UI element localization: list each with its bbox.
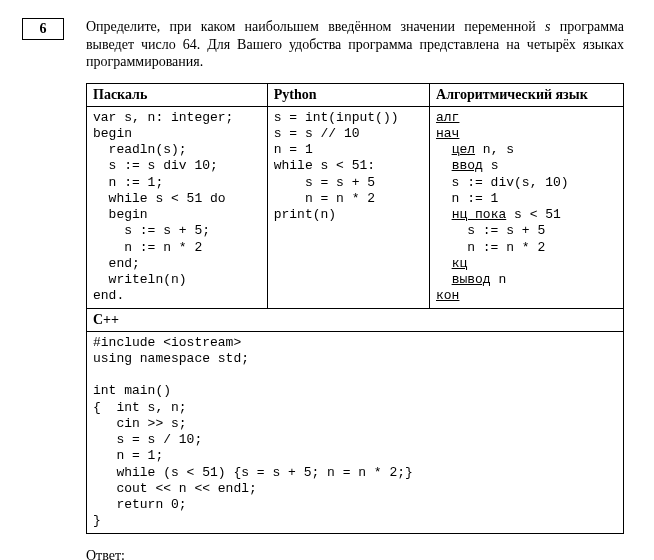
alg-keyword: кц	[452, 256, 468, 271]
alg-keyword: вывод	[452, 272, 491, 287]
problem-number-box: 6	[22, 18, 64, 40]
cell-alg: алг нач цел n, s ввод s s := div(s, 10) …	[430, 106, 624, 308]
code-pascal: var s, n: integer; begin readln(s); s :=…	[93, 110, 261, 305]
table-header-row: Паскаль Python Алгоритмический язык	[87, 83, 624, 106]
alg-keyword: алг	[436, 110, 459, 125]
header-pascal: Паскаль	[87, 83, 268, 106]
table-cpp-code-row: #include <iostream> using namespace std;…	[87, 331, 624, 533]
alg-keyword: нач	[436, 126, 459, 141]
table-code-row: var s, n: integer; begin readln(s); s :=…	[87, 106, 624, 308]
answer-label: Ответ:	[86, 548, 128, 561]
code-python: s = int(input()) s = s // 10 n = 1 while…	[274, 110, 423, 224]
header-cpp: C++	[87, 308, 624, 331]
alg-keyword: нц пока	[452, 207, 507, 222]
table-cpp-header-row: C++	[87, 308, 624, 331]
header-alg: Алгоритмический язык	[430, 83, 624, 106]
alg-keyword: кон	[436, 288, 459, 303]
alg-keyword: цел	[452, 142, 475, 157]
cell-pascal: var s, n: integer; begin readln(s); s :=…	[87, 106, 268, 308]
code-table: Паскаль Python Алгоритмический язык var …	[86, 83, 624, 534]
problem-number: 6	[40, 21, 47, 37]
prompt-text-1: Определите, при каком наибольшем введённ…	[86, 19, 545, 34]
answer-row: Ответ:	[86, 548, 624, 561]
problem-header: 6 Определите, при каком наибольшем введё…	[22, 18, 624, 71]
problem-prompt: Определите, при каком наибольшем введённ…	[86, 18, 624, 71]
alg-keyword: ввод	[452, 158, 483, 173]
cell-cpp: #include <iostream> using namespace std;…	[87, 331, 624, 533]
cell-python: s = int(input()) s = s // 10 n = 1 while…	[267, 106, 429, 308]
header-python: Python	[267, 83, 429, 106]
code-alg: алг нач цел n, s ввод s s := div(s, 10) …	[436, 110, 617, 305]
code-cpp: #include <iostream> using namespace std;…	[93, 335, 617, 530]
